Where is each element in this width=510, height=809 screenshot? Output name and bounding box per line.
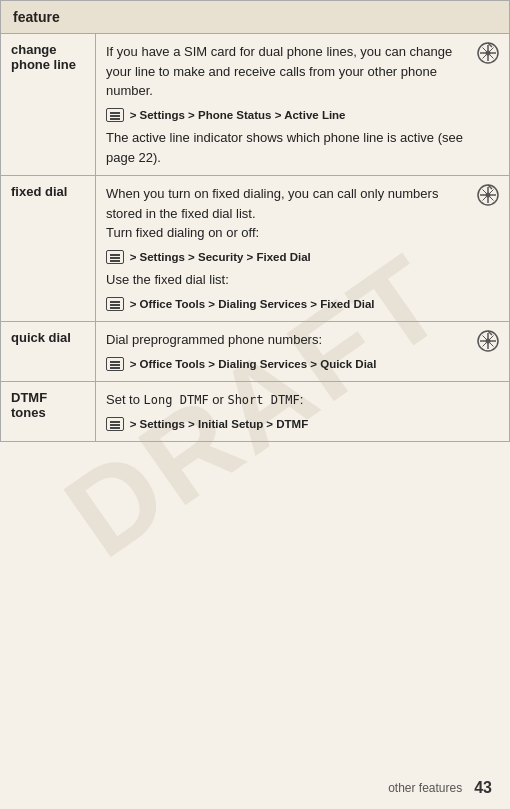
table-row: DTMF tones Set to Long DTMF or Short DTM… — [1, 382, 510, 442]
desc-para: Set to Long DTMF or Short DTMF: — [106, 390, 499, 410]
table-row: quick dial Dial preprogrammed phone numb… — [1, 322, 510, 382]
antenna-icon — [477, 330, 499, 352]
feature-name-change-phone-line: change phone line — [1, 34, 96, 176]
table-row: fixed dial When you turn on fixed dialin… — [1, 176, 510, 322]
desc-para: The active line indicator shows which ph… — [106, 128, 473, 167]
content-area: feature change phone line If you have a … — [0, 0, 510, 809]
table-header: feature — [1, 1, 510, 34]
menu-icon — [106, 297, 124, 311]
page-wrapper: DRAFT feature change phone line If you h… — [0, 0, 510, 809]
path-line: > Settings > Phone Status > Active Line — [106, 105, 473, 125]
desc-text-block: Dial preprogrammed phone numbers: > Offi… — [106, 330, 473, 373]
path-line: > Office Tools > Dialing Services > Fixe… — [106, 294, 499, 314]
svg-point-19 — [486, 339, 491, 344]
footer-label: other features — [388, 781, 462, 795]
table-row: change phone line If you have a SIM card… — [1, 34, 510, 176]
antenna-icon-wrapper — [473, 42, 499, 64]
desc-with-icon: When you turn on fixed dialing, you can … — [106, 184, 499, 223]
page-footer: other features 43 — [0, 767, 510, 809]
path-text: > Settings > Initial Setup > DTMF — [130, 418, 309, 430]
desc-para: Use the fixed dial list: — [106, 270, 499, 290]
menu-icon — [106, 417, 124, 431]
antenna-icon — [477, 42, 499, 64]
path-line: > Settings > Security > Fixed Dial — [106, 247, 499, 267]
path-line: > Settings > Initial Setup > DTMF — [106, 414, 499, 434]
antenna-icon — [477, 184, 499, 206]
feature-desc-change-phone-line: If you have a SIM card for dual phone li… — [96, 34, 510, 176]
svg-point-12 — [486, 193, 491, 198]
feature-name-quick-dial: quick dial — [1, 322, 96, 382]
menu-icon — [106, 250, 124, 264]
feature-desc-quick-dial: Dial preprogrammed phone numbers: > Offi… — [96, 322, 510, 382]
antenna-icon-wrapper — [473, 184, 499, 206]
path-text: > Settings > Security > Fixed Dial — [130, 251, 311, 263]
desc-para: When you turn on fixed dialing, you can … — [106, 184, 473, 223]
dtmf-short: Short DTMF — [227, 393, 299, 407]
feature-name-fixed-dial: fixed dial — [1, 176, 96, 322]
antenna-icon-wrapper — [473, 330, 499, 352]
path-text: > Office Tools > Dialing Services > Quic… — [130, 358, 377, 370]
menu-icon — [106, 357, 124, 371]
dtmf-long: Long DTMF — [144, 393, 209, 407]
desc-text-block: If you have a SIM card for dual phone li… — [106, 42, 473, 167]
feature-name-dtmf-tones: DTMF tones — [1, 382, 96, 442]
desc-text-block: When you turn on fixed dialing, you can … — [106, 184, 473, 223]
path-text: > Office Tools > Dialing Services > Fixe… — [130, 298, 375, 310]
desc-para: Dial preprogrammed phone numbers: — [106, 330, 473, 350]
footer-page-number: 43 — [474, 779, 492, 797]
feature-desc-fixed-dial: When you turn on fixed dialing, you can … — [96, 176, 510, 322]
menu-icon — [106, 108, 124, 122]
feature-desc-dtmf-tones: Set to Long DTMF or Short DTMF: > Settin… — [96, 382, 510, 442]
desc-with-icon: If you have a SIM card for dual phone li… — [106, 42, 499, 167]
desc-with-icon: Dial preprogrammed phone numbers: > Offi… — [106, 330, 499, 373]
svg-point-5 — [486, 51, 491, 56]
path-text: > Settings > Phone Status > Active Line — [130, 109, 346, 121]
path-line: > Office Tools > Dialing Services > Quic… — [106, 354, 473, 374]
desc-para: If you have a SIM card for dual phone li… — [106, 42, 473, 101]
desc-para: Turn fixed dialing on or off: — [106, 223, 499, 243]
feature-table: feature change phone line If you have a … — [0, 0, 510, 442]
